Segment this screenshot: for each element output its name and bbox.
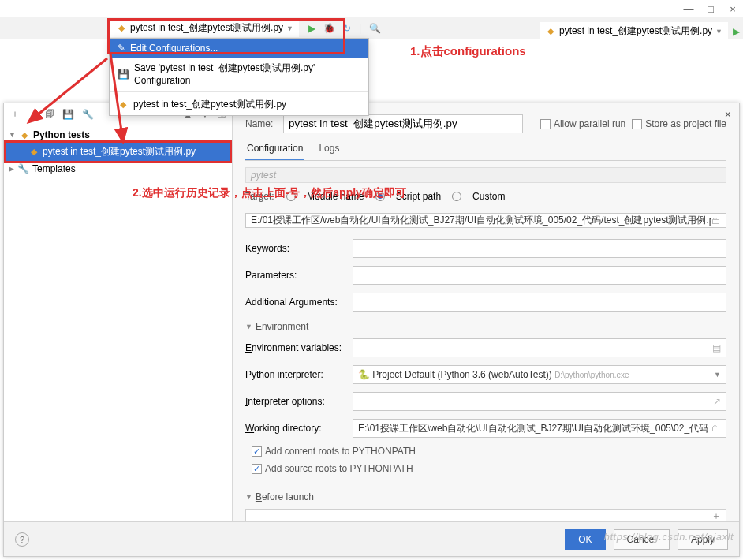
keywords-input[interactable] bbox=[353, 239, 726, 258]
close-button[interactable]: × bbox=[727, 3, 738, 14]
run-config-selector[interactable]: ◆ pytest in test_创建pytest测试用例.py ▼ bbox=[110, 19, 299, 37]
checkbox-icon bbox=[632, 119, 642, 129]
run-config-label-2: pytest in test_创建pytest测试用例.py bbox=[559, 24, 712, 38]
edit-icon: ✎ bbox=[118, 43, 125, 54]
config-form-pane: Name: Allow parallel run Store as projec… bbox=[233, 103, 739, 521]
maximize-button[interactable]: □ bbox=[705, 3, 716, 14]
copy-config-button[interactable]: 🗐 bbox=[45, 109, 54, 120]
ok-button[interactable]: OK bbox=[565, 529, 605, 550]
dialog-close-button[interactable]: × bbox=[725, 108, 731, 121]
run-icon-2[interactable]: ▶ bbox=[733, 26, 740, 37]
annotation-text-2: 2.选中运行历史记录，点击上面-号，然后apply确定即可 bbox=[133, 186, 406, 200]
store-as-project-checkbox[interactable]: Store as project file bbox=[632, 118, 726, 129]
workdir-input[interactable]: E:\01授课工作区\web自动化\UI自动化测试_BJ27期\UI自动化测试环… bbox=[353, 419, 726, 438]
tree-node-templates[interactable]: ▶ 🔧 Templates bbox=[4, 161, 232, 177]
pytest-icon: ◆ bbox=[118, 99, 129, 110]
envvars-label: EEnvironment variables:nvironment variab… bbox=[245, 342, 346, 353]
minimize-button[interactable]: — bbox=[683, 3, 694, 14]
add-source-roots-checkbox[interactable]: ✓ Add source roots to PYTHONPATH bbox=[252, 463, 726, 474]
before-launch-section[interactable]: ▼ Before launch bbox=[245, 491, 726, 502]
debug-icon[interactable]: 🐞 bbox=[323, 23, 335, 34]
checkbox-icon bbox=[540, 119, 551, 129]
interpreter-select[interactable]: 🐍 Project Default (Python 3.6 (webAutoTe… bbox=[353, 365, 726, 384]
tab-logs[interactable]: Logs bbox=[317, 140, 341, 160]
run-config-history-item[interactable]: ◆ pytest in test_创建pytest测试用例.py bbox=[110, 94, 368, 115]
expand-icon: ▶ bbox=[9, 165, 14, 173]
run-config-label: pytest in test_创建pytest测试用例.py bbox=[130, 21, 283, 35]
edit-configurations-item[interactable]: ✎ Edit Configurations... bbox=[110, 39, 368, 58]
history-item-label: pytest in test_创建pytest测试用例.py bbox=[133, 98, 286, 111]
add-config-button[interactable]: ＋ bbox=[10, 107, 20, 121]
edit-configurations-label: Edit Configurations... bbox=[130, 43, 218, 54]
coverage-icon[interactable]: ↻ bbox=[343, 23, 351, 34]
tab-configuration[interactable]: Configuration bbox=[245, 140, 304, 160]
workdir-label: Working directory: bbox=[245, 423, 346, 434]
chevron-down-icon: ▼ bbox=[714, 371, 721, 379]
intopts-label: Interpreter options: bbox=[245, 396, 346, 407]
browse-icon[interactable]: 🗀 bbox=[711, 423, 721, 434]
script-path-input[interactable]: E:/01授课工作区/web自动化/UI自动化测试_BJ27期/UI自动化测试环… bbox=[245, 213, 726, 228]
wrench-icon: 🔧 bbox=[17, 163, 29, 174]
chevron-down-icon: ▼ bbox=[715, 28, 722, 35]
pytest-icon: ◆ bbox=[116, 23, 127, 34]
expand-icon: ▼ bbox=[9, 131, 16, 139]
save-icon[interactable]: 💾 bbox=[62, 109, 74, 120]
add-content-roots-checkbox[interactable]: ✓ Add content roots to PYTHONPATH bbox=[252, 446, 726, 457]
checkbox-icon: ✓ bbox=[252, 464, 262, 474]
save-configuration-label: Save 'pytest in test_创建pytest测试用例.py' Co… bbox=[134, 62, 360, 86]
envvars-input[interactable]: ▤ bbox=[353, 338, 726, 357]
browse-icon[interactable]: 🗀 bbox=[711, 215, 721, 226]
chevron-down-icon: ▼ bbox=[245, 323, 252, 330]
parameters-label: Parameters: bbox=[245, 270, 346, 281]
config-tree-pane: ＋ － 🗐 💾 🔧 ▲ ▼ ⇲ ▼ ◆ Python tests ◆ bbox=[4, 103, 233, 521]
run-config-dropdown: ✎ Edit Configurations... 💾 Save 'pytest … bbox=[109, 38, 369, 116]
addargs-label: Additional Arguments: bbox=[245, 297, 346, 308]
allow-parallel-checkbox[interactable]: Allow parallel run bbox=[540, 118, 625, 129]
pytest-icon: ◆ bbox=[28, 147, 39, 158]
run-config-selector-2[interactable]: ◆ pytest in test_创建pytest测试用例.py ▼ bbox=[540, 22, 728, 40]
chevron-down-icon: ▼ bbox=[245, 493, 252, 501]
pytest-target-field: pytest bbox=[245, 167, 726, 183]
secondary-run-bar: ◆ pytest in test_创建pytest测试用例.py ▼ ▶ bbox=[540, 22, 740, 40]
addargs-input[interactable] bbox=[353, 293, 726, 312]
chevron-down-icon: ▼ bbox=[286, 24, 293, 32]
run-debug-configurations-dialog: × ＋ － 🗐 💾 🔧 ▲ ▼ ⇲ ▼ ◆ Python tests bbox=[3, 103, 740, 557]
save-icon: 💾 bbox=[118, 69, 129, 80]
intopts-input[interactable]: ↗ bbox=[353, 392, 726, 411]
pytest-icon: ◆ bbox=[19, 129, 30, 140]
parameters-input[interactable] bbox=[353, 266, 726, 285]
add-task-button[interactable]: ＋ bbox=[711, 510, 721, 521]
tree-item-selected[interactable]: ◆ pytest in test_创建pytest测试用例.py bbox=[6, 143, 230, 161]
config-tree: ▼ ◆ Python tests ◆ pytest in test_创建pyte… bbox=[4, 125, 232, 521]
name-label: Name: bbox=[245, 118, 283, 129]
interpreter-label: Python interpreter: bbox=[245, 369, 346, 380]
tree-item-label: pytest in test_创建pytest测试用例.py bbox=[43, 145, 196, 159]
environment-section[interactable]: ▼ Environment bbox=[245, 321, 726, 332]
help-button[interactable]: ? bbox=[15, 532, 29, 547]
list-icon[interactable]: ▤ bbox=[712, 342, 721, 353]
wrench-icon[interactable]: 🔧 bbox=[82, 109, 94, 120]
tree-templates-label: Templates bbox=[32, 163, 76, 174]
annotation-text-1: 1.点击configurations bbox=[410, 44, 526, 59]
save-configuration-item[interactable]: 💾 Save 'pytest in test_创建pytest测试用例.py' … bbox=[110, 58, 368, 90]
config-name-input[interactable] bbox=[283, 114, 523, 133]
expand-icon[interactable]: ↗ bbox=[713, 396, 721, 407]
search-icon[interactable]: 🔍 bbox=[369, 23, 381, 34]
remove-config-button[interactable]: － bbox=[28, 107, 37, 121]
checkbox-icon: ✓ bbox=[252, 446, 262, 457]
tree-root-label: Python tests bbox=[33, 129, 90, 140]
target-custom-radio[interactable] bbox=[452, 192, 461, 201]
watermark: https://blog.csdn.net/ajaxlt bbox=[604, 531, 734, 543]
form-tabs: Configuration Logs bbox=[245, 140, 726, 161]
pytest-icon: ◆ bbox=[545, 26, 556, 37]
run-icon[interactable]: ▶ bbox=[308, 23, 315, 34]
window-titlebar: — □ × bbox=[0, 0, 743, 17]
keywords-label: Keywords: bbox=[245, 243, 346, 254]
before-launch-list: ＋ bbox=[245, 509, 726, 521]
